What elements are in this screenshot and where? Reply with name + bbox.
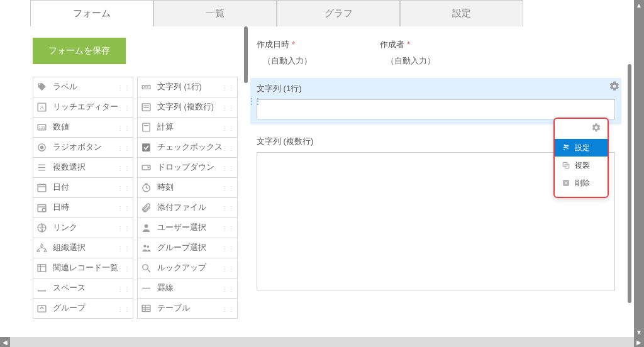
palette-item-label: 組織選択 [53, 243, 86, 253]
grip-icon: ⋮⋮ [221, 285, 235, 292]
svg-rect-9 [143, 123, 150, 131]
palette-checkbox[interactable]: チェックボックス⋮⋮ [137, 137, 238, 158]
grip-icon: ⋮⋮ [221, 265, 235, 272]
grip-icon: ⋮⋮ [117, 144, 131, 151]
palette-item-label: リッチエディター [53, 102, 118, 113]
window-horizontal-scrollbar[interactable]: ◀ ▶ [0, 337, 644, 347]
svg-text:ABC: ABC [143, 85, 149, 89]
text-single-input[interactable] [257, 99, 615, 119]
palette-item-label: 文字列 (複数行) [157, 102, 214, 113]
palette-space[interactable]: スペース⋮⋮ [33, 278, 133, 299]
save-form-button[interactable]: フォームを保存 [33, 38, 126, 64]
palette-lookup[interactable]: ルックアップ⋮⋮ [137, 258, 238, 278]
created-at-value: （自動入力） [257, 55, 380, 67]
gear-icon [609, 80, 620, 92]
drag-handle-icon[interactable]: ⋮⋮ [248, 97, 260, 106]
palette-text1[interactable]: ABC文字列 (1行)⋮⋮ [137, 77, 238, 97]
context-delete-label: 削除 [575, 178, 590, 189]
palette-number[interactable]: 123数値⋮⋮ [33, 117, 133, 138]
palette-item-label: 時刻 [157, 182, 174, 193]
canvas-scrollbar[interactable] [628, 64, 631, 303]
palette-related[interactable]: 関連レコード一覧⋮⋮ [33, 258, 133, 278]
date-icon [36, 182, 48, 194]
palette-item-label: 計算 [157, 122, 174, 133]
space-icon [36, 282, 48, 294]
palette-item-label: 数値 [53, 122, 69, 133]
dropdown-icon [140, 162, 152, 174]
palette-tag[interactable]: ラベル⋮⋮ [33, 77, 133, 97]
radio-icon [36, 141, 48, 153]
copy-icon [561, 161, 571, 170]
grip-icon: ⋮⋮ [221, 124, 235, 131]
palette-item-label: グループ [53, 303, 86, 314]
tab-list[interactable]: 一覧 [153, 0, 277, 26]
svg-text:A: A [40, 104, 44, 111]
grip-icon: ⋮⋮ [221, 144, 235, 151]
tab-bar: フォーム 一覧 グラフ 設定 [30, 0, 634, 26]
palette-user[interactable]: ユーザー選択⋮⋮ [137, 218, 238, 238]
time-icon [140, 182, 152, 194]
svg-point-31 [145, 224, 148, 228]
text-single-label: 文字列 (1行) [257, 83, 615, 94]
grip-icon: ⋮⋮ [221, 84, 235, 91]
user-icon [140, 222, 152, 234]
palette-textmulti[interactable]: 文字列 (複数行)⋮⋮ [137, 97, 238, 118]
palette-dropdown[interactable]: ドロップダウン⋮⋮ [137, 157, 238, 178]
svg-point-30 [42, 208, 46, 212]
palette-item-label: ルックアップ [157, 263, 206, 273]
svg-point-32 [143, 245, 146, 248]
field-palette-sidebar: フォームを保存 ラベル⋮⋮ABC文字列 (1行)⋮⋮Aリッチエディター⋮⋮文字列… [30, 26, 243, 318]
palette-link[interactable]: リンク⋮⋮ [33, 218, 133, 238]
grip-icon: ⋮⋮ [117, 224, 131, 231]
palette-attach[interactable]: 添付ファイル⋮⋮ [137, 197, 238, 218]
link-icon [36, 222, 48, 234]
svg-rect-41 [142, 306, 150, 312]
scroll-up-arrow[interactable]: ▲ [634, 0, 644, 10]
palette-line[interactable]: 罫線⋮⋮ [137, 278, 238, 299]
palette-time[interactable]: 時刻⋮⋮ [137, 177, 238, 198]
scroll-right-arrow[interactable]: ▶ [634, 337, 644, 347]
palette-datetime[interactable]: 日時⋮⋮ [33, 197, 133, 218]
number-icon: 123 [36, 121, 48, 133]
palette-richtext[interactable]: Aリッチエディター⋮⋮ [33, 97, 133, 118]
window-vertical-scrollbar[interactable]: ▲ ▼ [634, 0, 644, 337]
grip-icon: ⋮⋮ [221, 224, 235, 231]
grip-icon: ⋮⋮ [221, 305, 235, 312]
grip-icon: ⋮⋮ [221, 245, 235, 251]
group-icon [36, 302, 48, 314]
context-settings[interactable]: 設定 [555, 139, 608, 157]
created-at-label: 作成日時 [257, 40, 289, 49]
palette-groupsel[interactable]: グループ選択⋮⋮ [137, 238, 238, 258]
palette-calc[interactable]: 計算⋮⋮ [137, 117, 238, 138]
svg-point-14 [40, 146, 43, 148]
context-duplicate-label: 複製 [575, 160, 590, 171]
tab-form[interactable]: フォーム [30, 0, 153, 26]
field-context-menu: 設定 複製 削除 [553, 118, 609, 198]
palette-item-label: 罫線 [157, 283, 174, 294]
grip-icon: ⋮⋮ [221, 104, 235, 111]
creator-field: 作成者* （自動入力） [380, 39, 503, 67]
grip-icon: ⋮⋮ [117, 164, 131, 171]
palette-radio[interactable]: ラジオボタン⋮⋮ [33, 137, 133, 158]
grip-icon: ⋮⋮ [221, 204, 235, 211]
palette-date[interactable]: 日付⋮⋮ [33, 177, 133, 198]
context-duplicate[interactable]: 複製 [555, 157, 608, 174]
context-delete[interactable]: 削除 [555, 174, 608, 192]
palette-group[interactable]: グループ⋮⋮ [33, 298, 133, 319]
multiselect-icon [36, 162, 48, 174]
svg-line-38 [148, 270, 150, 272]
field-gear-button[interactable] [608, 79, 621, 93]
scroll-left-arrow[interactable]: ◀ [0, 337, 10, 347]
required-mark: * [407, 40, 410, 49]
svg-rect-15 [142, 143, 150, 151]
svg-point-37 [143, 265, 148, 270]
menu-gear-icon [591, 123, 601, 133]
scroll-down-arrow[interactable]: ▼ [634, 327, 644, 337]
grip-icon: ⋮⋮ [117, 104, 131, 111]
palette-org[interactable]: 組織選択⋮⋮ [33, 238, 133, 258]
palette-multiselect[interactable]: 複数選択⋮⋮ [33, 157, 133, 178]
palette-table[interactable]: テーブル⋮⋮ [137, 298, 238, 319]
tab-graph[interactable]: グラフ [277, 0, 400, 26]
context-settings-label: 設定 [575, 143, 590, 153]
tab-settings[interactable]: 設定 [400, 0, 523, 26]
